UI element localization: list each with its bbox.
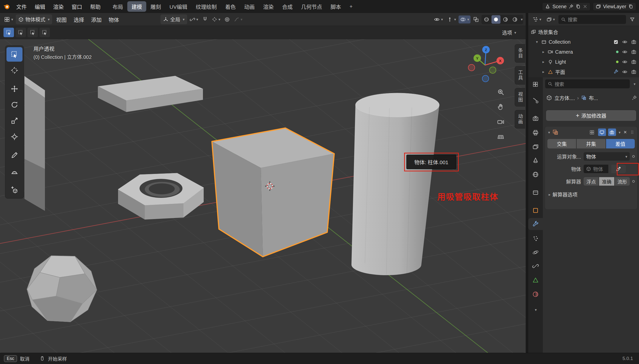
search-options-chevron[interactable]: ▾: [631, 82, 637, 86]
add-workspace-button[interactable]: +: [345, 2, 357, 11]
workspace-tab-texturepaint[interactable]: 纹理绘制: [192, 1, 221, 12]
breadcrumb-object[interactable]: 立方体....: [554, 94, 575, 102]
tab-scene[interactable]: [528, 154, 543, 166]
gizmo-neg-y[interactable]: [489, 67, 496, 73]
tool-move[interactable]: [7, 82, 23, 96]
expand-chevron-icon[interactable]: ▸: [541, 50, 546, 54]
render-visibility-icon[interactable]: [631, 69, 636, 74]
overlays-dropdown[interactable]: ▾: [458, 16, 471, 24]
blender-logo[interactable]: [3, 3, 11, 10]
decorator-dot[interactable]: [632, 180, 635, 182]
ortho-toggle-button[interactable]: [496, 132, 506, 142]
collapse-chevron-icon[interactable]: ▾: [548, 130, 550, 134]
tab-material[interactable]: [528, 288, 543, 300]
expand-chevron-icon[interactable]: ▸: [541, 60, 546, 64]
gizmo-neg-z[interactable]: [482, 75, 489, 82]
tool-measure[interactable]: [7, 164, 23, 178]
mode-dropdown[interactable]: 物体模式 ▾: [16, 14, 53, 24]
snap-settings-dropdown[interactable]: ▾: [210, 16, 222, 23]
sidebar-tab-animation[interactable]: 动画: [515, 110, 525, 128]
tab-collection[interactable]: [528, 186, 543, 198]
new-viewlayer-icon[interactable]: [628, 4, 633, 9]
hide-eye-icon[interactable]: [622, 39, 627, 45]
tool-cursor[interactable]: [7, 63, 23, 78]
solver-manifold-button[interactable]: 流形: [615, 177, 630, 186]
operation-difference-button[interactable]: 差值: [606, 139, 635, 148]
proportional-falloff-dropdown[interactable]: ▾: [232, 16, 244, 23]
close-icon[interactable]: ×: [622, 129, 628, 136]
hide-eye-icon[interactable]: [622, 49, 627, 55]
workspace-tab-uv[interactable]: UV编辑: [165, 1, 192, 12]
hexnut-object[interactable]: [118, 173, 204, 220]
menu-edit[interactable]: 编辑: [31, 2, 49, 12]
breadcrumb-modifier[interactable]: 布...: [589, 94, 598, 102]
outliner-row-light[interactable]: ▸ Light: [528, 57, 639, 67]
expand-chevron-icon[interactable]: ▸: [541, 70, 546, 74]
workspace-tab-sculpting[interactable]: 雕刻: [146, 1, 165, 12]
shading-solid-button[interactable]: [491, 15, 500, 24]
pan-button[interactable]: [496, 102, 506, 112]
menu-window[interactable]: 窗口: [68, 2, 86, 12]
slab-object[interactable]: [98, 76, 203, 112]
tool-annotate[interactable]: [7, 148, 23, 162]
add-modifier-button[interactable]: + 添加修改器: [546, 110, 636, 121]
workspace-tab-scripting[interactable]: 脚本: [326, 1, 345, 12]
menu-select[interactable]: 选择: [71, 14, 87, 25]
snap-toggle[interactable]: [201, 16, 209, 23]
lowpoly-sphere-object[interactable]: [27, 256, 97, 322]
outliner-search-input[interactable]: 搜索: [558, 15, 626, 24]
tabs-overflow-chevron[interactable]: ▾: [528, 304, 543, 316]
modifier-render-toggle[interactable]: [608, 128, 616, 136]
workspace-tab-rendertab[interactable]: 渲染: [259, 1, 278, 12]
solver-exact-button[interactable]: 准确: [599, 177, 614, 186]
menu-help[interactable]: 帮助: [86, 2, 104, 12]
workspace-tab-geonodes[interactable]: 几何节点: [297, 1, 326, 12]
gizmos-dropdown[interactable]: ▾: [445, 16, 457, 24]
collapse-chevron-icon[interactable]: ▾: [535, 40, 539, 44]
outliner-editor-type-button[interactable]: ▾: [531, 16, 543, 24]
sidebar-tab-view[interactable]: 视图: [515, 88, 525, 106]
tool-rotate[interactable]: [7, 98, 23, 112]
outliner-filter-button[interactable]: [628, 16, 636, 23]
properties-editor-type-button[interactable]: [528, 78, 543, 90]
workspace-tab-shading[interactable]: 着色: [221, 1, 240, 12]
outliner-display-mode-button[interactable]: ▾: [545, 16, 557, 23]
tab-particles[interactable]: [528, 232, 543, 244]
select-mode-set-button[interactable]: [4, 28, 14, 37]
partial-left-object[interactable]: [25, 76, 45, 211]
cylinder-object[interactable]: [351, 93, 439, 275]
pivot-point-dropdown[interactable]: ▾: [188, 16, 200, 23]
menu-render[interactable]: 渲染: [50, 2, 67, 12]
proportional-edit-toggle[interactable]: [223, 16, 231, 23]
object-picker-field[interactable]: 物体: [583, 165, 608, 173]
menu-file[interactable]: 文件: [13, 2, 31, 12]
editor-type-button[interactable]: ▾: [3, 16, 15, 24]
tab-tool[interactable]: [528, 94, 543, 106]
outliner-row-scene-collection[interactable]: 场景集合: [528, 27, 639, 37]
selected-cube-object[interactable]: [212, 128, 334, 257]
checkbox-icon[interactable]: [613, 40, 618, 45]
tab-viewlayer[interactable]: [528, 141, 543, 153]
modifier-extras-chevron[interactable]: ▾: [619, 130, 621, 134]
modifier-editmode-toggle[interactable]: [588, 128, 596, 136]
hide-eye-icon[interactable]: [622, 69, 627, 74]
select-mode-subtract-button[interactable]: [28, 28, 38, 37]
chevron-down-icon[interactable]: ▾: [521, 18, 523, 21]
sidebar-tab-item[interactable]: 条目: [515, 44, 525, 62]
workspace-tab-animation[interactable]: 动画: [240, 1, 259, 12]
transform-orientation-dropdown[interactable]: 全局 ▾: [161, 14, 187, 24]
tool-add-cube[interactable]: [7, 182, 23, 197]
zoom-button[interactable]: [496, 87, 506, 97]
solver-options-expander[interactable]: ▸ 解算器选项: [548, 191, 634, 198]
tab-world[interactable]: [528, 168, 543, 180]
select-mode-extend-button[interactable]: [16, 28, 26, 37]
tool-select-box[interactable]: [7, 47, 23, 62]
shading-material-button[interactable]: [501, 15, 510, 24]
select-mode-invert-button[interactable]: [40, 28, 50, 37]
tab-output[interactable]: [528, 126, 543, 138]
viewlayer-selector[interactable]: ViewLayer: [593, 2, 636, 11]
pin-icon[interactable]: [569, 4, 574, 9]
menu-object[interactable]: 物体: [106, 14, 122, 25]
properties-search-input[interactable]: 搜索: [545, 79, 630, 88]
solver-float-button[interactable]: 浮点: [583, 177, 598, 186]
